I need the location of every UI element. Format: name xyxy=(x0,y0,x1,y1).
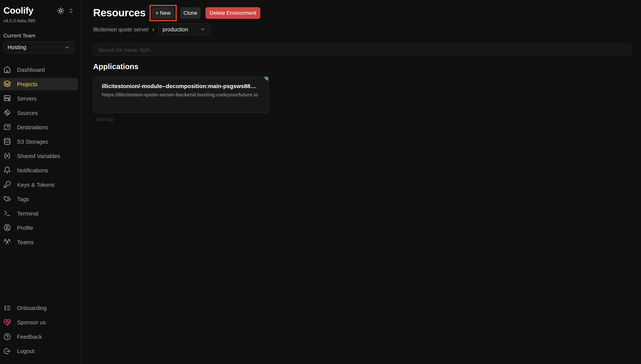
sidebar-item-dashboard[interactable]: Dashboard xyxy=(0,64,78,76)
sidebar-item-label: Terminal xyxy=(17,210,39,216)
breadcrumb-project-link[interactable]: illicitonion quote server xyxy=(93,26,149,32)
sidebar-item-label: Projects xyxy=(17,81,38,87)
click-annotation-box: + New xyxy=(149,5,177,21)
main-content: Resources + New Clone Delete Environment… xyxy=(81,0,641,364)
clone-button[interactable]: Clone xyxy=(180,7,201,19)
app-version: v4.0.0-beta.399 xyxy=(4,18,74,24)
sidebar-item-terminal[interactable]: Terminal xyxy=(0,207,78,220)
chevron-down-icon xyxy=(64,44,70,50)
bell-icon xyxy=(4,166,11,174)
sidebar-item-label: Notifications xyxy=(17,167,48,174)
sidebar-item-profile[interactable]: Profile xyxy=(0,222,78,234)
sidebar-item-sponsor-us[interactable]: Sponsor us xyxy=(0,316,78,328)
home-icon xyxy=(4,66,11,74)
sidebar-item-destinations[interactable]: Destinations xyxy=(0,121,78,134)
sidebar-item-sources[interactable]: Sources xyxy=(0,106,78,119)
theme-toggle-sun-icon[interactable] xyxy=(57,7,64,14)
page-title: Resources xyxy=(93,8,146,18)
sidebar-item-shared-variables[interactable]: Shared Variables xyxy=(0,150,78,162)
users-icon xyxy=(4,238,11,246)
sidebar-item-label: Destinations xyxy=(17,124,48,130)
sidebar-item-label: Logout xyxy=(17,348,35,354)
sidebar-item-notifications[interactable]: Notifications xyxy=(0,164,78,176)
chevrons-up-down-icon[interactable] xyxy=(68,8,74,14)
applications-section-title: Applications xyxy=(93,62,632,71)
breadcrumb-chevron-icon: › xyxy=(152,26,154,32)
sidebar: Coolify v4.0.0-beta.399 Current Team Hos… xyxy=(0,0,81,364)
sidebar-nav: Dashboard Projects Servers Sources xyxy=(0,64,81,250)
current-team-label: Current Team xyxy=(0,32,81,38)
app-logo: Coolify xyxy=(4,5,33,16)
sidebar-item-label: Servers xyxy=(17,95,37,102)
sidebar-item-label: S3 Storages xyxy=(17,138,48,145)
search-input[interactable] xyxy=(93,44,632,56)
help-circle-icon xyxy=(4,333,11,340)
sidebar-item-label: Dashboard xyxy=(17,66,45,73)
database-icon xyxy=(4,138,11,145)
team-select-value: Hosting xyxy=(8,44,26,50)
application-name: illicitestonion/-module--decomposition:m… xyxy=(102,83,263,89)
sidebar-item-projects[interactable]: Projects xyxy=(0,78,78,90)
environment-select-value: production xyxy=(163,26,188,32)
breadcrumb: illicitonion quote server › production xyxy=(93,24,632,35)
add-tag-button[interactable]: Add tag xyxy=(96,116,113,122)
sidebar-item-label: Sponsor us xyxy=(17,319,46,326)
new-button[interactable]: + New xyxy=(152,7,174,19)
application-card[interactable]: illicitestonion/-module--decomposition:m… xyxy=(93,76,269,113)
map-icon xyxy=(4,124,11,131)
user-circle-icon xyxy=(4,224,11,232)
application-url: https://illicitonion-quote-server-backen… xyxy=(102,92,263,98)
sidebar-item-keys-tokens[interactable]: Keys & Tokens xyxy=(0,178,78,191)
sidebar-item-label: Feedback xyxy=(17,334,42,340)
sidebar-item-s3-storages[interactable]: S3 Storages xyxy=(0,135,78,148)
sidebar-item-tags[interactable]: Tags xyxy=(0,193,78,205)
logout-icon xyxy=(4,347,11,355)
sidebar-item-label: Onboarding xyxy=(17,305,47,311)
sidebar-header: Coolify v4.0.0-beta.399 xyxy=(0,5,81,24)
sidebar-item-label: Sources xyxy=(17,110,38,116)
chevron-down-icon xyxy=(200,26,205,32)
checklist-icon xyxy=(4,304,11,312)
sidebar-item-servers[interactable]: Servers xyxy=(0,92,78,105)
sidebar-item-label: Tags xyxy=(17,196,29,202)
sidebar-item-onboarding[interactable]: Onboarding xyxy=(0,302,78,314)
server-icon xyxy=(4,95,11,102)
sidebar-bottom-nav: Onboarding Sponsor us Feedback Logout xyxy=(0,302,81,359)
heart-handshake-icon xyxy=(4,318,11,326)
tags-icon xyxy=(4,195,11,203)
delete-environment-button[interactable]: Delete Environment xyxy=(206,7,260,19)
variable-icon xyxy=(4,152,11,160)
sidebar-item-label: Shared Variables xyxy=(17,153,60,159)
team-select[interactable]: Hosting xyxy=(3,42,75,53)
layers-icon xyxy=(4,80,11,88)
status-indicator xyxy=(264,77,268,80)
environment-select[interactable]: production xyxy=(158,24,210,35)
page-header: Resources + New Clone Delete Environment xyxy=(93,5,632,20)
key-icon xyxy=(4,181,11,188)
app-window: Coolify v4.0.0-beta.399 Current Team Hos… xyxy=(0,0,641,364)
sidebar-item-teams[interactable]: Teams xyxy=(0,236,78,248)
git-diamond-icon xyxy=(4,109,11,116)
sidebar-item-label: Teams xyxy=(17,239,34,245)
sidebar-item-logout[interactable]: Logout xyxy=(0,345,78,357)
sidebar-item-label: Profile xyxy=(17,224,33,231)
terminal-icon xyxy=(4,210,11,217)
sidebar-item-feedback[interactable]: Feedback xyxy=(0,330,78,343)
sidebar-item-label: Keys & Tokens xyxy=(17,182,55,188)
